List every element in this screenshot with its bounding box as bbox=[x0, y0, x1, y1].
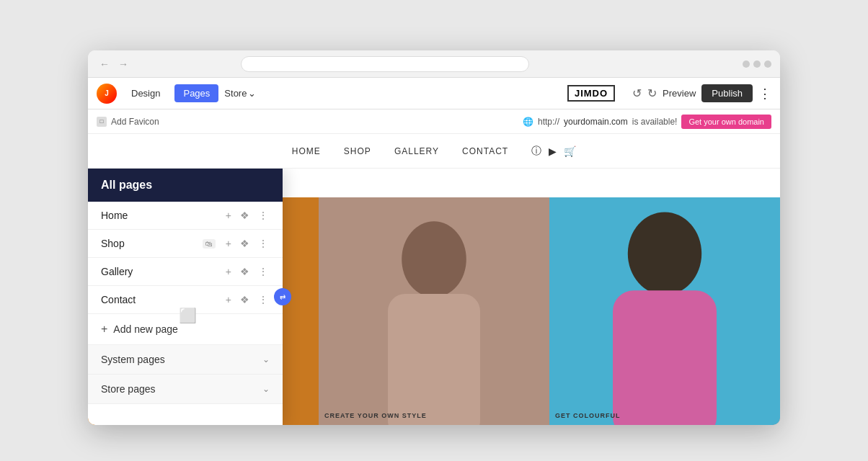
system-pages-section[interactable]: System pages ⌄ bbox=[88, 345, 283, 375]
nav-contact[interactable]: CONTACT bbox=[462, 146, 508, 156]
gallery-add-button[interactable]: + bbox=[224, 265, 233, 278]
user-avatar[interactable]: J bbox=[97, 84, 117, 104]
browser-dot-3 bbox=[764, 61, 771, 68]
add-favicon-label[interactable]: Add Favicon bbox=[111, 117, 159, 127]
chevron-down-icon: ⌄ bbox=[248, 88, 256, 99]
more-options-button[interactable]: ⋮ bbox=[758, 86, 771, 102]
home-actions: + ❖ ⋮ bbox=[224, 209, 270, 222]
store-dropdown[interactable]: Store ⌄ bbox=[224, 88, 256, 99]
sidebar-item-shop[interactable]: Shop 🛍 + ❖ ⋮ bbox=[88, 230, 283, 258]
gallery-page-label: Gallery bbox=[101, 266, 224, 277]
get-domain-button[interactable]: Get your own domain bbox=[681, 115, 771, 129]
browser-nav-buttons: ← → bbox=[97, 57, 131, 71]
browser-window-controls bbox=[743, 61, 771, 68]
browser-back-button[interactable]: ← bbox=[97, 57, 112, 71]
browser-dot-1 bbox=[743, 61, 750, 68]
globe-icon: 🌐 bbox=[523, 117, 533, 127]
sidebar-item-contact[interactable]: Contact + ❖ ⋮ bbox=[88, 286, 283, 314]
contact-more-button[interactable]: ⋮ bbox=[257, 293, 270, 306]
svg-point-7 bbox=[628, 212, 701, 295]
home-drag-button[interactable]: ❖ bbox=[239, 209, 251, 222]
contact-add-button[interactable]: + bbox=[224, 293, 233, 306]
browser-url-bar[interactable] bbox=[241, 56, 529, 72]
store-pages-label: Store pages bbox=[101, 383, 156, 395]
gallery-actions: + ❖ ⋮ bbox=[224, 265, 270, 278]
browser-window: ← → J Design Pages Store ⌄ JIMDO ↺ ↻ Pre… bbox=[88, 50, 780, 425]
store-pages-chevron: ⌄ bbox=[262, 384, 270, 394]
nav-home[interactable]: HOME bbox=[292, 146, 321, 156]
availability-text: is available! bbox=[632, 117, 678, 127]
system-pages-chevron: ⌄ bbox=[262, 354, 270, 364]
website-navigation: HOME SHOP GALLERY CONTACT ⓘ ▶ 🛒 bbox=[88, 134, 780, 169]
shop-page-label: Shop bbox=[101, 238, 203, 249]
favicon-icon: □ bbox=[97, 117, 107, 127]
gallery-more-button[interactable]: ⋮ bbox=[257, 265, 270, 278]
image-gray bbox=[319, 197, 549, 425]
browser-chrome: ← → bbox=[88, 50, 780, 78]
favicon-bar: □ Add Favicon 🌐 http:// yourdomain.com i… bbox=[88, 109, 780, 134]
undo-button[interactable]: ↺ bbox=[632, 86, 642, 100]
nav-shop[interactable]: SHOP bbox=[344, 146, 371, 156]
instagram-icon[interactable]: ⓘ bbox=[531, 145, 541, 158]
nav-gallery[interactable]: GALLERY bbox=[394, 146, 439, 156]
home-add-button[interactable]: + bbox=[224, 209, 233, 222]
gallery-drag-button[interactable]: ❖ bbox=[239, 265, 251, 278]
nav-social-icons: ⓘ ▶ 🛒 bbox=[531, 145, 576, 158]
sidebar-header: All pages bbox=[88, 169, 283, 202]
add-new-page-label: Add new page bbox=[113, 323, 178, 335]
image-cell-3: GET COLOURFUL bbox=[549, 197, 780, 425]
shop-more-button[interactable]: ⋮ bbox=[257, 237, 270, 250]
image-pink bbox=[549, 197, 780, 425]
home-page-label: Home bbox=[101, 210, 224, 221]
pages-tab[interactable]: Pages bbox=[174, 84, 218, 102]
domain-name: yourdomain.com bbox=[564, 117, 628, 127]
store-pages-section[interactable]: Store pages ⌄ bbox=[88, 375, 283, 404]
sidebar-item-home[interactable]: Home + ❖ ⋮ bbox=[88, 202, 283, 230]
domain-availability-bar: 🌐 http:// yourdomain.com is available! G… bbox=[523, 115, 771, 129]
pages-sidebar: All pages Home + ❖ ⋮ Shop 🛍 + ❖ ⋮ bbox=[88, 169, 283, 425]
sidebar-expand-handle[interactable]: ⇄ bbox=[274, 288, 291, 305]
redo-button[interactable]: ↻ bbox=[647, 86, 657, 100]
svg-rect-8 bbox=[613, 290, 717, 425]
contact-actions: + ❖ ⋮ bbox=[224, 293, 270, 306]
shop-add-button[interactable]: + bbox=[224, 237, 233, 250]
browser-dot-2 bbox=[753, 61, 761, 68]
shop-badge: 🛍 bbox=[203, 239, 216, 249]
toolbar-right-actions: ↺ ↻ Preview Publish ⋮ bbox=[632, 84, 771, 102]
contact-drag-button[interactable]: ❖ bbox=[239, 293, 251, 306]
image-caption-2: CREATE YOUR OWN STYLE bbox=[324, 412, 427, 419]
sidebar-item-gallery[interactable]: Gallery + ❖ ⋮ bbox=[88, 258, 283, 286]
editor-toolbar: J Design Pages Store ⌄ JIMDO ↺ ↻ Preview… bbox=[88, 78, 780, 109]
contact-page-label: Contact bbox=[101, 294, 224, 305]
preview-button[interactable]: Preview bbox=[663, 88, 696, 99]
add-new-page-button[interactable]: + Add new page ⬜ bbox=[88, 314, 283, 345]
domain-prefix: http:// bbox=[538, 117, 559, 127]
main-content-area: ...odates ER COLLECTION bbox=[88, 169, 780, 425]
svg-point-4 bbox=[402, 221, 466, 297]
design-tab[interactable]: Design bbox=[123, 84, 169, 102]
image-caption-3: GET COLOURFUL bbox=[555, 412, 621, 419]
svg-rect-5 bbox=[388, 294, 480, 425]
shop-actions: 🛍 + ❖ ⋮ bbox=[203, 237, 270, 250]
plus-icon: + bbox=[101, 323, 107, 336]
home-more-button[interactable]: ⋮ bbox=[257, 209, 270, 222]
browser-forward-button[interactable]: → bbox=[115, 57, 131, 71]
jimdo-logo: JIMDO bbox=[567, 85, 615, 102]
youtube-icon[interactable]: ▶ bbox=[549, 146, 557, 157]
shop-drag-button[interactable]: ❖ bbox=[239, 237, 251, 250]
image-cell-2: CREATE YOUR OWN STYLE bbox=[319, 197, 549, 425]
arrows-icon: ⇄ bbox=[280, 293, 285, 301]
system-pages-label: System pages bbox=[101, 354, 165, 365]
cart-icon[interactable]: 🛒 bbox=[564, 146, 576, 157]
publish-button[interactable]: Publish bbox=[701, 84, 753, 102]
